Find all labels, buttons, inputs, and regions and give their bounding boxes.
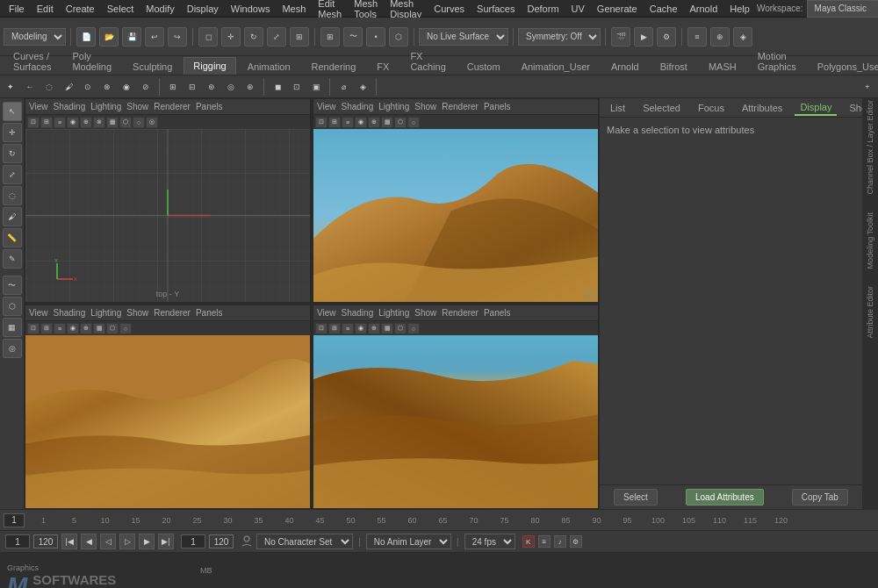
vp-br-btn-4[interactable]: ◉ (355, 323, 367, 334)
shelf-plus-btn[interactable]: + (859, 78, 876, 96)
shelf-ik-chain-btn[interactable]: ⊘ (137, 78, 155, 96)
viewport-top-right-body[interactable] (313, 129, 598, 302)
vp-bl-renderer[interactable]: Renderer (154, 308, 191, 318)
vp-bl-btn-1[interactable]: ⊡ (27, 323, 40, 334)
vp-br-lighting[interactable]: Lighting (378, 308, 409, 318)
measure-tool[interactable]: 📏 (3, 228, 22, 247)
playback-next-frame-btn[interactable]: ▶ (139, 534, 155, 549)
vp-br-btn-8[interactable]: ○ (407, 323, 420, 334)
symmetry-dropdown[interactable]: Symmetry: Off (518, 28, 601, 46)
playback-range-start[interactable] (33, 534, 58, 549)
tab-rendering[interactable]: Rendering (302, 58, 366, 75)
edge-tab-modeling-toolkit[interactable]: Modeling Toolkit (866, 212, 874, 269)
undo-btn[interactable]: ↩ (145, 27, 164, 47)
vp-tr-view[interactable]: View (317, 102, 336, 111)
playback-step-back-btn[interactable]: |◀ (61, 534, 77, 549)
tab-bifrost[interactable]: Bifrost (651, 58, 697, 75)
shelf-constraint-btn[interactable]: ⊞ (164, 78, 182, 96)
select-tool-btn[interactable]: ◻ (198, 27, 218, 47)
attr-tab-focus[interactable]: Focus (693, 101, 730, 115)
vp-bl-btn-4[interactable]: ◉ (67, 323, 79, 334)
vp-tl-btn-10[interactable]: ◎ (146, 117, 158, 128)
vp-bl-btn-5[interactable]: ⊕ (80, 323, 92, 334)
shelf-pole-btn[interactable]: ⊕ (241, 78, 259, 96)
vp-tl-renderer[interactable]: Renderer (154, 102, 191, 111)
playback-range-end[interactable] (209, 534, 234, 549)
paint-tool[interactable]: 🖌 (3, 207, 22, 226)
tab-motion-graphics[interactable]: Motion Graphics (748, 47, 806, 75)
vp-br-renderer[interactable]: Renderer (442, 308, 479, 318)
save-scene-btn[interactable]: 💾 (122, 27, 141, 47)
attr-tab-display[interactable]: Display (795, 100, 837, 116)
vp-br-btn-7[interactable]: ⬡ (394, 323, 407, 334)
vp-tr-renderer[interactable]: Renderer (442, 102, 479, 111)
vp-tr-btn-7[interactable]: ⬡ (394, 117, 407, 128)
char-set-dropdown[interactable]: No Character Set (256, 534, 353, 549)
vp-tr-panels[interactable]: Panels (484, 102, 511, 111)
snap-curve-btn[interactable]: 〜 (343, 27, 363, 47)
vp-tl-view[interactable]: View (29, 102, 48, 111)
vp-br-btn-3[interactable]: ≡ (342, 323, 354, 334)
universal-manip-btn[interactable]: ⊞ (290, 27, 309, 47)
vp-bl-lighting[interactable]: Lighting (90, 308, 121, 318)
vp-bl-show[interactable]: Show (126, 308, 148, 318)
vp-tr-show[interactable]: Show (414, 102, 436, 111)
tab-sculpting[interactable]: Sculpting (123, 58, 182, 75)
vp-tr-btn-4[interactable]: ◉ (355, 117, 367, 128)
menu-item-file[interactable]: File (4, 2, 30, 16)
shelf-orient-btn[interactable]: ⊛ (203, 78, 220, 96)
render-btn[interactable]: 🎬 (611, 27, 630, 47)
vp-tl-btn-9[interactable]: ○ (133, 117, 145, 128)
menu-item-windows[interactable]: Windows (226, 2, 276, 16)
vp-br-btn-6[interactable]: ▦ (381, 323, 393, 334)
tab-curves-surfaces[interactable]: Curves / Surfaces (4, 47, 61, 75)
tab-arnold[interactable]: Arnold (601, 58, 649, 75)
vp-tl-btn-1[interactable]: ⊡ (27, 117, 40, 128)
render-settings-btn[interactable]: ⚙ (657, 27, 676, 47)
extra-btn-1[interactable]: ≡ (687, 27, 707, 47)
attr-tab-list[interactable]: List (605, 101, 630, 115)
vp-tl-btn-3[interactable]: ≡ (54, 117, 66, 128)
scale-tool[interactable]: ⤢ (3, 165, 22, 184)
vp-tl-btn-7[interactable]: ▦ (106, 117, 119, 128)
lasso-tool[interactable]: ◌ (3, 186, 22, 205)
snap-view-btn[interactable]: ⬡ (389, 27, 408, 47)
shelf-joint-btn[interactable]: ◉ (118, 78, 135, 96)
shelf-arrow-btn[interactable]: ← (21, 78, 39, 96)
snap-grid-btn[interactable]: ⊞ (320, 27, 340, 47)
viewport-top-left-body[interactable]: X Y top - Y (25, 129, 310, 302)
shelf-fk-btn[interactable]: ⊗ (98, 78, 116, 96)
attr-copy-btn[interactable]: Copy Tab (792, 489, 848, 506)
tab-fx-caching[interactable]: FX Caching (400, 47, 455, 75)
playback-play-back-btn[interactable]: ◁ (100, 534, 116, 549)
scale-tool-btn[interactable]: ⤢ (267, 27, 286, 47)
new-scene-btn[interactable]: 📄 (76, 27, 96, 47)
menu-item-create[interactable]: Create (61, 2, 100, 16)
viewport-bottom-left-body[interactable] (25, 335, 310, 508)
vp-br-show[interactable]: Show (414, 308, 436, 318)
viewport-bottom-right-body[interactable] (313, 335, 598, 508)
shelf-ik-btn[interactable]: ⊙ (79, 78, 97, 96)
playback-options-btn[interactable]: ⚙ (570, 535, 582, 548)
vp-tr-lighting[interactable]: Lighting (378, 102, 409, 111)
shelf-deform-btn[interactable]: ⌀ (335, 78, 352, 96)
fps-dropdown[interactable]: 24 fps (464, 534, 515, 549)
shelf-skin-btn[interactable]: ◼ (269, 78, 286, 96)
playback-end-frame[interactable] (181, 534, 205, 549)
vp-bl-btn-8[interactable]: ○ (119, 323, 132, 334)
menu-item-curves[interactable]: Curves (428, 2, 470, 16)
vp-tr-btn-8[interactable]: ○ (407, 117, 420, 128)
redo-btn[interactable]: ↪ (168, 27, 187, 47)
menu-item-arnold[interactable]: Arnold (685, 2, 723, 16)
attr-tab-attributes[interactable]: Attributes (737, 101, 788, 115)
open-scene-btn[interactable]: 📂 (99, 27, 119, 47)
menu-item-uv[interactable]: UV (566, 2, 590, 16)
attr-tab-selected[interactable]: Selected (637, 101, 686, 115)
rotate-tool-btn[interactable]: ↻ (244, 27, 263, 47)
vp-br-btn-2[interactable]: ⊞ (328, 323, 341, 334)
attr-load-btn[interactable]: Load Attributes (686, 489, 764, 506)
move-tool[interactable]: ✛ (3, 123, 22, 142)
tab-animation-user[interactable]: Animation_User (512, 58, 600, 75)
extra-btn-2[interactable]: ⊕ (710, 27, 730, 47)
playback-start-frame[interactable] (5, 534, 30, 549)
